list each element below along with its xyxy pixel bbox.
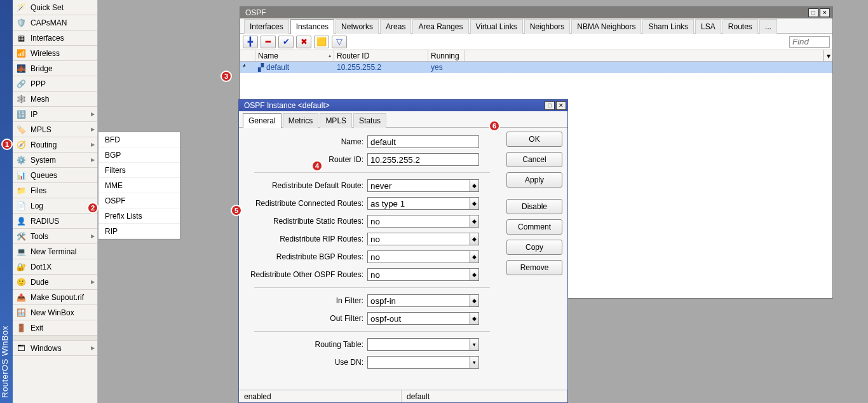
submenu-bgp[interactable]: BGP (98, 147, 180, 163)
name-label: Name: (241, 137, 367, 146)
tab-virtuallinks[interactable]: Virtual Links (470, 19, 523, 34)
tab-more[interactable]: ... (759, 19, 777, 34)
name-input[interactable] (367, 135, 479, 148)
rd-bgp-input[interactable] (367, 250, 470, 263)
tab-metrics[interactable]: Metrics (283, 113, 319, 128)
disable-button[interactable]: ✖ (296, 36, 311, 48)
outfilter-label: Out Filter: (241, 314, 367, 323)
sidebar-item-quickset[interactable]: 🪄Quick Set (13, 0, 97, 15)
column-menu[interactable]: ▾ (824, 50, 832, 61)
submenu-ospf[interactable]: OSPF (98, 193, 180, 208)
remove-button[interactable]: ━ (261, 36, 276, 48)
tab-interfaces[interactable]: Interfaces (244, 19, 289, 34)
tab-lsa[interactable]: LSA (695, 19, 721, 34)
dropdown-button[interactable]: ◆ (470, 197, 479, 210)
tab-mpls[interactable]: MPLS (320, 113, 352, 128)
maximize-button[interactable]: □ (808, 8, 818, 17)
sidebar-item-wireless[interactable]: 📶Wireless (13, 46, 97, 61)
tab-label: NBMA Neighbors (577, 22, 635, 31)
sb-label: MPLS (31, 125, 51, 134)
close-button[interactable]: ✕ (556, 101, 566, 110)
maximize-button[interactable]: □ (545, 101, 555, 110)
tab-areas[interactable]: Areas (380, 19, 411, 34)
sidebar-item-routing[interactable]: 🧭Routing▶ (13, 137, 97, 153)
ok-button[interactable]: OK (506, 132, 562, 147)
find-input[interactable] (789, 36, 830, 48)
disable-button[interactable]: Disable (506, 199, 562, 214)
col-running[interactable]: Running (428, 50, 465, 61)
dropdown-button[interactable]: ◆ (470, 250, 479, 263)
col-routerid[interactable]: Router ID (334, 50, 428, 61)
sidebar-item-dot1x[interactable]: 🔐Dot1X (13, 259, 97, 275)
outfilter-input[interactable] (367, 312, 470, 325)
sidebar-item-supout[interactable]: 📤Make Supout.rif (13, 290, 97, 305)
copy-button[interactable]: Copy (506, 240, 562, 255)
apply-button[interactable]: Apply (506, 172, 562, 188)
sidebar-item-queues[interactable]: 📊Queues (13, 168, 97, 183)
dropdown-button[interactable]: ◆ (470, 233, 479, 245)
add-button[interactable]: ╋ (243, 36, 258, 48)
cancel-button[interactable]: Cancel (506, 152, 562, 167)
dropdown-button[interactable]: ▾ (470, 356, 479, 369)
tab-networks[interactable]: Networks (336, 19, 379, 34)
sidebar-item-files[interactable]: 📁Files (13, 183, 97, 198)
rd-default-input[interactable] (367, 179, 470, 192)
col-flag[interactable] (240, 50, 255, 61)
tab-routes[interactable]: Routes (722, 19, 758, 34)
sidebar-item-exit[interactable]: 🚪Exit (13, 320, 97, 336)
remove-button[interactable]: Remove (506, 260, 562, 275)
sidebar-item-newwinbox[interactable]: 🪟New WinBox (13, 305, 97, 320)
tab-arearanges[interactable]: Area Ranges (412, 19, 468, 34)
sidebar-item-terminal[interactable]: 💻New Terminal (13, 244, 97, 259)
sidebar-item-dude[interactable]: 🙂Dude▶ (13, 275, 97, 290)
submenu-rip[interactable]: RIP (98, 224, 180, 239)
tab-instances[interactable]: Instances (290, 19, 334, 34)
ospf-titlebar[interactable]: OSPF □ ✕ (240, 7, 832, 18)
routerid-input[interactable] (367, 153, 479, 166)
comment-button[interactable]: 🟨 (314, 36, 329, 48)
dropdown-button[interactable]: ◆ (470, 179, 479, 192)
tab-nbma[interactable]: NBMA Neighbors (571, 19, 641, 34)
tab-neighbors[interactable]: Neighbors (524, 19, 571, 34)
rtable-input[interactable] (367, 338, 470, 351)
sidebar-item-interfaces[interactable]: ▦Interfaces (13, 31, 97, 46)
usedn-input[interactable] (367, 356, 470, 369)
tab-general[interactable]: General (243, 113, 281, 128)
sidebar-item-log[interactable]: 📄Log (13, 198, 97, 214)
enable-button[interactable]: ✔ (278, 36, 294, 48)
sidebar-item-tools[interactable]: 🛠️Tools▶ (13, 229, 97, 244)
sidebar-item-capsman[interactable]: 🛡️CAPsMAN (13, 15, 97, 31)
comment-button[interactable]: Comment (506, 219, 562, 235)
submenu-bfd[interactable]: BFD (98, 132, 180, 147)
sidebar-item-system[interactable]: ⚙️System▶ (13, 153, 97, 168)
tab-shamlinks[interactable]: Sham Links (642, 19, 694, 34)
rd-conn-input[interactable] (367, 197, 470, 210)
separator (13, 336, 97, 341)
filter-button[interactable]: ▽ (332, 36, 347, 48)
rd-rip-input[interactable] (367, 233, 470, 245)
table-row[interactable]: * ▞default 10.255.255.2 yes (240, 62, 832, 73)
rd-static-input[interactable] (367, 215, 470, 228)
dropdown-button[interactable]: ◆ (470, 312, 479, 325)
dropdown-button[interactable]: ◆ (470, 215, 479, 228)
sidebar-item-windows[interactable]: 🗔Windows▶ (13, 341, 97, 356)
routerid-label: Router ID: (241, 155, 367, 164)
submenu-filters[interactable]: Filters (98, 163, 180, 178)
sidebar-item-radius[interactable]: 👤RADIUS (13, 214, 97, 229)
submenu-prefixlists[interactable]: Prefix Lists (98, 208, 180, 224)
close-button[interactable]: ✕ (820, 8, 830, 17)
sidebar-item-mesh[interactable]: 🕸️Mesh (13, 92, 97, 107)
tab-status[interactable]: Status (353, 113, 386, 128)
sidebar-item-ppp[interactable]: 🔗PPP (13, 76, 97, 92)
sidebar-item-mpls[interactable]: 🏷️MPLS▶ (13, 122, 97, 137)
col-name[interactable]: Name▴ (255, 50, 334, 61)
infilter-input[interactable] (367, 294, 470, 307)
dropdown-button[interactable]: ▾ (470, 338, 479, 351)
sidebar-item-bridge[interactable]: 🌉Bridge (13, 61, 97, 76)
dropdown-button[interactable]: ◆ (470, 268, 479, 281)
dropdown-button[interactable]: ◆ (470, 294, 479, 307)
sidebar-item-ip[interactable]: 🔢IP▶ (13, 107, 97, 122)
instance-titlebar[interactable]: OSPF Instance <default> □ ✕ (239, 100, 567, 111)
rd-other-input[interactable] (367, 268, 470, 281)
submenu-mme[interactable]: MME (98, 178, 180, 193)
